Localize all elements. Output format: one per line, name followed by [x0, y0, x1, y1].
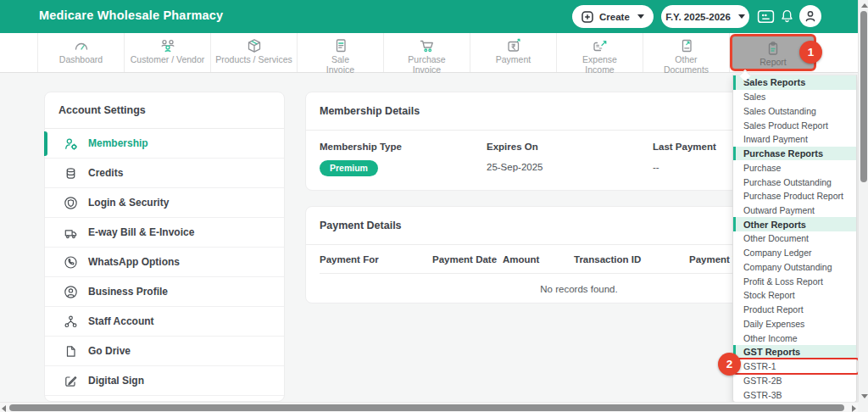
sidebar-item-credits[interactable]: Credits	[45, 159, 284, 188]
expires-on-value: 25-Sep-2025	[487, 162, 653, 172]
col-expires-on: Expires On	[487, 142, 653, 152]
sidebar-item-eway-einvoice[interactable]: E-way Bill & E-Invoice	[45, 218, 284, 248]
app-header: Medicare Wholesale Pharmacy Create F.Y. …	[0, 0, 868, 33]
nav-item-customer-vendor[interactable]: Customer / Vendor	[125, 33, 211, 72]
nav-item-other-documents[interactable]: Other Documents	[643, 33, 730, 72]
annotation-step-1-badge: 1	[799, 41, 822, 64]
col-amount: Amount	[503, 254, 574, 264]
sidebar-item-whatsapp[interactable]: WhatsApp Options	[45, 248, 284, 277]
horizontal-scrollbar[interactable]	[0, 402, 858, 412]
nav-item-purchase-invoice[interactable]: Purchase Invoice	[384, 33, 470, 72]
chevron-down-icon	[738, 14, 745, 19]
menu-item-product-report[interactable]: Product Report	[733, 303, 856, 317]
menu-item-other-income[interactable]: Other Income	[733, 331, 856, 345]
menu-item-gstr-1[interactable]: GSTR-1	[733, 359, 856, 374]
main-navbar: Dashboard Customer / Vendor Products / S…	[0, 33, 868, 73]
org-people-icon	[64, 315, 78, 329]
menu-item-sales-outstanding[interactable]: Sales Outstanding	[733, 103, 856, 118]
user-avatar[interactable]	[799, 5, 821, 27]
col-transaction-id: Transaction ID	[574, 254, 689, 264]
fiscal-year-label: F.Y. 2025-2026	[665, 12, 731, 22]
col-payment-for: Payment For	[320, 254, 432, 264]
app-title: Medicare Wholesale Pharmacy	[39, 8, 223, 22]
menu-item-other-document[interactable]: Other Document	[733, 231, 856, 246]
col-payment-date: Payment Date	[432, 254, 503, 264]
create-button-label: Create	[599, 12, 630, 22]
scroll-left-arrow-icon[interactable]	[2, 405, 6, 412]
sidebar-item-digital-sign[interactable]: Digital Sign	[45, 366, 284, 396]
menu-item-gstr-3b[interactable]: GSTR-3B	[733, 387, 856, 402]
member-gear-icon	[64, 136, 78, 151]
scroll-up-arrow-icon[interactable]	[861, 3, 868, 8]
box-icon	[246, 37, 263, 54]
menu-item-stock-report[interactable]: Stock Report	[733, 288, 856, 303]
annotation-step-2-badge: 2	[718, 353, 741, 376]
menu-item-inward-payment[interactable]: Inward Payment	[733, 132, 856, 147]
people-icon	[159, 37, 176, 54]
coins-icon	[64, 166, 78, 181]
invoice-icon	[332, 37, 349, 54]
vertical-scrollbar[interactable]	[858, 0, 868, 402]
menu-section-other-reports: Other Reports	[733, 217, 856, 231]
vertical-scroll-thumb[interactable]	[860, 11, 867, 182]
col-membership-type: Membership Type	[320, 142, 487, 152]
clipboard-icon	[765, 40, 782, 57]
menu-item-daily-expenses[interactable]: Daily Expenses	[733, 316, 856, 331]
sidebar-title: Account Settings	[45, 92, 284, 129]
menu-section-sales-reports: Sales Reports	[733, 75, 856, 90]
menu-item-company-outstanding[interactable]: Company Outstanding	[733, 260, 856, 275]
plus-icon	[581, 11, 593, 23]
document-icon	[678, 37, 695, 54]
feedback-icon[interactable]	[757, 8, 775, 25]
scrollbar-corner	[858, 402, 868, 412]
sidebar-item-login-security[interactable]: Login & Security	[45, 188, 284, 218]
nav-item-dashboard[interactable]: Dashboard	[38, 33, 125, 72]
menu-item-gstr-2b[interactable]: GSTR-2B	[733, 373, 856, 387]
signature-pen-icon	[64, 374, 78, 388]
sidebar-item-staff-account[interactable]: Staff Account	[45, 307, 284, 337]
menu-item-purchase-outstanding[interactable]: Purchase Outstanding	[733, 175, 856, 189]
rupee-icon	[505, 37, 522, 54]
menu-section-purchase-reports: Purchase Reports	[733, 147, 856, 161]
menu-item-profit-loss-report[interactable]: Profit & Loss Report	[733, 274, 856, 288]
menu-item-sales[interactable]: Sales	[733, 90, 856, 104]
scroll-right-arrow-icon[interactable]	[852, 405, 856, 412]
cart-icon	[419, 37, 436, 54]
whatsapp-icon	[64, 255, 78, 270]
shield-icon	[64, 196, 78, 210]
nav-item-products-services[interactable]: Products / Services	[211, 33, 298, 72]
nav-spacer	[0, 33, 38, 72]
gauge-icon	[73, 37, 90, 54]
menu-item-sales-product-report[interactable]: Sales Product Report	[733, 118, 856, 132]
person-circle-icon	[64, 285, 78, 299]
horizontal-scroll-thumb[interactable]	[9, 404, 844, 411]
fiscal-year-selector[interactable]: F.Y. 2025-2026	[661, 5, 749, 28]
scroll-down-arrow-icon[interactable]	[861, 394, 868, 398]
account-settings-panel: Account Settings Membership Credits	[44, 92, 285, 402]
sidebar-item-go-drive[interactable]: Go Drive	[45, 337, 284, 366]
menu-item-outward-payment[interactable]: Outward Payment	[733, 203, 856, 218]
report-dropdown-menu: Sales Reports Sales Sales Outstanding Sa…	[732, 75, 857, 403]
nav-item-sale-invoice[interactable]: Sale Invoice	[298, 33, 384, 72]
create-button[interactable]: Create	[572, 5, 654, 28]
file-icon	[64, 344, 78, 359]
expense-income-icon	[592, 37, 609, 54]
menu-item-company-ledger[interactable]: Company Ledger	[733, 246, 856, 260]
sidebar-item-membership[interactable]: Membership	[45, 129, 284, 159]
menu-section-gst-reports: GST Reports	[733, 345, 856, 359]
nav-item-payment[interactable]: Payment	[470, 33, 557, 72]
menu-item-purchase-product-report[interactable]: Purchase Product Report	[733, 189, 856, 203]
menu-item-purchase[interactable]: Purchase	[733, 160, 856, 175]
notifications-bell-icon[interactable]	[779, 8, 797, 26]
premium-badge: Premium	[320, 160, 378, 176]
sidebar-item-business-profile[interactable]: Business Profile	[45, 277, 284, 307]
truck-icon	[64, 225, 78, 240]
chevron-down-icon	[637, 14, 644, 19]
nav-item-expense-income[interactable]: Expense Income	[557, 33, 643, 72]
